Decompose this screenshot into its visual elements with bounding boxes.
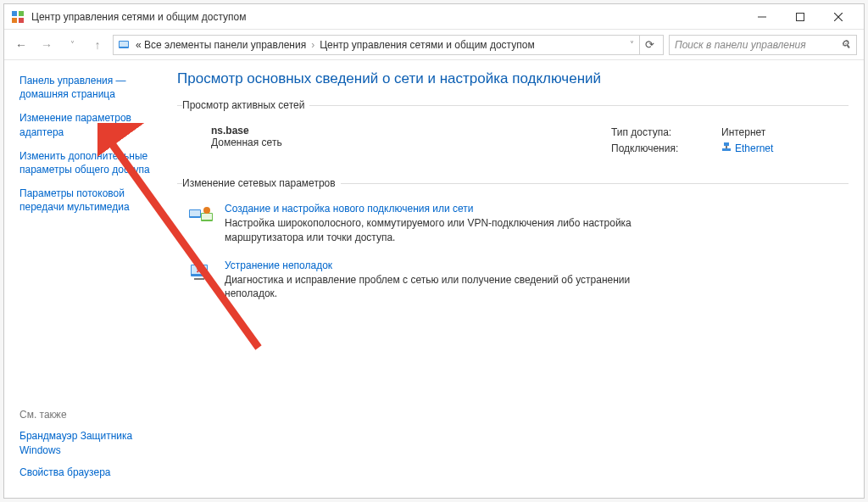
back-button[interactable]: ← (11, 35, 31, 55)
network-name: ns.base (211, 125, 282, 137)
see-also-internet-options[interactable]: Свойства браузера (19, 466, 162, 479)
navbar: ← → ˅ ↑ « Все элементы панели управления… (4, 30, 864, 60)
active-networks-group: Просмотр активных сетей ns.base Доменная… (177, 99, 849, 165)
content: Просмотр основных сведений о сети и наст… (170, 60, 864, 498)
body: Панель управления — домашняя страница Из… (4, 60, 864, 498)
troubleshoot-icon: ✖ (187, 259, 214, 287)
svg-text:✖: ✖ (196, 266, 203, 275)
ethernet-icon (721, 141, 732, 157)
close-button[interactable] (819, 4, 857, 30)
svg-rect-5 (796, 13, 804, 20)
svg-rect-11 (726, 146, 727, 148)
address-history-button[interactable]: ˅ (625, 40, 639, 49)
connection-ethernet-link[interactable]: Ethernet (735, 141, 773, 157)
network-name-block: ns.base Доменная сеть (211, 125, 282, 157)
svg-rect-14 (190, 210, 200, 216)
minimize-button[interactable] (743, 4, 781, 30)
breadcrumb-current[interactable]: Центр управления сетями и общим доступом (320, 39, 535, 51)
forward-button[interactable]: → (36, 35, 57, 55)
svg-point-17 (203, 207, 210, 214)
access-type-value: Интернет (721, 125, 765, 141)
troubleshoot-desc: Диагностика и исправление проблем с сеть… (225, 273, 665, 300)
svg-rect-1 (19, 11, 24, 16)
sidebar-link-media-streaming[interactable]: Параметры потоковой передачи мультимедиа (19, 187, 162, 214)
page-title: Просмотр основных сведений о сети и наст… (177, 70, 849, 87)
setup-connection-icon (187, 203, 214, 230)
control-panel-icon (117, 38, 131, 52)
search-input[interactable]: Поиск в панели управления 🔍︎ (669, 35, 857, 55)
network-type: Доменная сеть (211, 137, 282, 148)
setup-new-connection-desc: Настройка широкополосного, коммутируемог… (225, 216, 665, 243)
search-placeholder: Поиск в панели управления (675, 39, 806, 51)
sidebar-link-adapter-settings[interactable]: Изменение параметров адаптера (19, 111, 162, 138)
network-settings-group: Изменение сетевых параметров Создание и … (177, 177, 849, 319)
window-root: Центр управления сетями и общим доступом… (3, 3, 865, 499)
access-type-label: Тип доступа: (611, 125, 703, 141)
svg-rect-20 (194, 278, 204, 280)
see-also-firewall[interactable]: Брандмауэр Защитника Windows (19, 429, 162, 456)
breadcrumb-prefix: « (136, 39, 142, 51)
svg-rect-2 (12, 18, 17, 23)
setup-new-connection-item: Создание и настройка нового подключения … (182, 198, 843, 254)
address-bar[interactable]: « Все элементы панели управления › Центр… (113, 35, 664, 55)
svg-rect-16 (202, 214, 212, 220)
titlebar: Центр управления сетями и общим доступом (4, 4, 864, 30)
setup-new-connection-link[interactable]: Создание и настройка нового подключения … (225, 203, 474, 215)
sidebar-link-advanced-sharing[interactable]: Изменить дополнительные параметры общего… (19, 149, 162, 176)
refresh-button[interactable]: ⟳ (639, 36, 659, 54)
svg-rect-3 (19, 18, 24, 23)
network-center-icon (11, 10, 25, 24)
sidebar: Панель управления — домашняя страница Из… (4, 60, 170, 498)
breadcrumb-root[interactable]: Все элементы панели управления (144, 39, 306, 51)
see-also-heading: См. также (19, 409, 162, 421)
search-icon[interactable]: 🔍︎ (840, 38, 851, 51)
svg-rect-10 (724, 142, 729, 146)
svg-rect-0 (12, 11, 17, 16)
network-settings-legend: Изменение сетевых параметров (182, 177, 341, 189)
active-networks-legend: Просмотр активных сетей (182, 99, 309, 111)
sidebar-link-home[interactable]: Панель управления — домашняя страница (19, 74, 162, 101)
see-also-section: См. также Брандмауэр Защитника Windows С… (19, 409, 162, 488)
connections-label: Подключения: (611, 141, 703, 157)
svg-rect-12 (722, 148, 731, 151)
svg-rect-9 (120, 42, 128, 47)
breadcrumb-separator-icon: › (311, 39, 314, 51)
troubleshoot-item: ✖ Устранение неполадок Диагностика и исп… (182, 254, 843, 310)
network-details: Тип доступа: Интернет Подключения: Ether… (611, 125, 840, 157)
maximize-button[interactable] (781, 4, 819, 30)
up-button[interactable]: ↑ (87, 35, 108, 55)
window-title: Центр управления сетями и общим доступом (31, 11, 743, 23)
troubleshoot-link[interactable]: Устранение неполадок (225, 259, 332, 271)
recent-locations-button[interactable]: ˅ (62, 35, 82, 55)
